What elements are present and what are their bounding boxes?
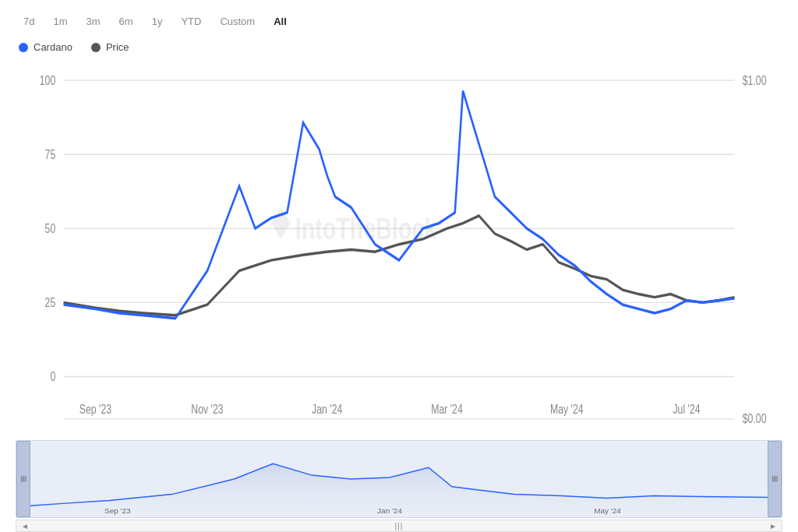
time-filter-bar: 7d1m3m6m1yYTDCustomAll xyxy=(16,12,782,30)
time-btn-7d[interactable]: 7d xyxy=(16,12,42,30)
time-btn-1y[interactable]: 1y xyxy=(144,12,171,30)
mini-chart-svg: Sep '23 Jan '24 May '24 xyxy=(16,441,782,517)
handle-left-icon: ⊞ xyxy=(20,475,26,483)
scroll-thumb[interactable]: ||| xyxy=(395,522,404,530)
svg-text:25: 25 xyxy=(45,295,56,309)
svg-text:Sep '23: Sep '23 xyxy=(79,402,111,416)
scrollbar[interactable]: ◄ ||| ► xyxy=(16,520,782,532)
price-legend-label: Price xyxy=(106,41,129,53)
mini-handle-right[interactable]: ⊞ xyxy=(768,441,782,517)
legend-cardano: Cardano xyxy=(19,41,72,53)
svg-text:May '24: May '24 xyxy=(550,402,584,416)
svg-text:Nov '23: Nov '23 xyxy=(191,402,223,416)
time-btn-1m[interactable]: 1m xyxy=(45,12,75,30)
svg-text:75: 75 xyxy=(45,147,56,161)
svg-text:50: 50 xyxy=(45,221,56,235)
svg-text:100: 100 xyxy=(40,73,55,87)
main-container: 7d1m3m6m1yYTDCustomAll Cardano Price 100 xyxy=(0,0,798,532)
price-legend-dot xyxy=(91,43,101,52)
svg-text:Sep '23: Sep '23 xyxy=(104,506,131,515)
svg-text:Jul '24: Jul '24 xyxy=(673,402,700,416)
legend-price: Price xyxy=(91,41,129,53)
handle-right-icon: ⊞ xyxy=(772,475,778,483)
time-btn-6m[interactable]: 6m xyxy=(111,12,141,30)
svg-text:Jan '24: Jan '24 xyxy=(377,506,402,515)
svg-text:0: 0 xyxy=(50,369,55,383)
chart-svg: 100 75 50 25 0 $1.00 $0.00 Sep '23 Nov '… xyxy=(16,59,782,440)
chart-wrapper: 100 75 50 25 0 $1.00 $0.00 Sep '23 Nov '… xyxy=(16,59,782,532)
svg-text:May '24: May '24 xyxy=(594,506,621,515)
time-btn-all[interactable]: All xyxy=(266,12,295,30)
cardano-legend-label: Cardano xyxy=(34,41,72,53)
time-btn-custom[interactable]: Custom xyxy=(212,12,263,30)
svg-text:$1.00: $1.00 xyxy=(743,73,767,87)
svg-text:Mar '24: Mar '24 xyxy=(431,402,463,416)
main-chart: 100 75 50 25 0 $1.00 $0.00 Sep '23 Nov '… xyxy=(16,59,782,440)
cardano-legend-dot xyxy=(19,43,28,52)
mini-chart-container: ⊞ ⊞ Sep '23 Jan '24 xyxy=(16,440,782,518)
mini-handle-left[interactable]: ⊞ xyxy=(16,441,30,517)
scroll-right-arrow[interactable]: ► xyxy=(766,522,780,530)
svg-text:$0.00: $0.00 xyxy=(743,412,767,426)
scroll-left-arrow[interactable]: ◄ xyxy=(18,522,32,530)
svg-text:Jan '24: Jan '24 xyxy=(312,402,342,416)
time-btn-3m[interactable]: 3m xyxy=(79,12,108,30)
time-btn-ytd[interactable]: YTD xyxy=(173,12,209,30)
chart-legend: Cardano Price xyxy=(16,41,782,53)
